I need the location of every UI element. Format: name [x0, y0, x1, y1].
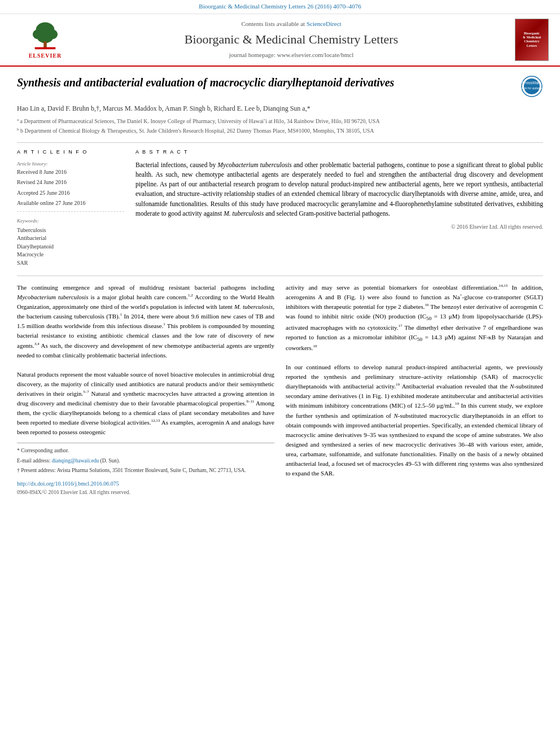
journal-title: Bioorganic & Medicinal Chemistry Letters — [79, 30, 504, 49]
revised-date: Revised 24 June 2016 — [17, 178, 124, 187]
crossmark-icon: CrossMark click for updates — [520, 75, 543, 98]
info-abstract-layout: A R T I C L E I N F O Article history: R… — [17, 148, 543, 268]
available-date: Available online 27 June 2016 — [17, 199, 124, 208]
article-title-section: Synthesis and antibacterial evaluation o… — [17, 75, 543, 98]
body-two-col: The continuing emergence and spread of m… — [17, 283, 543, 496]
journal-thumbnail-area: Bioorganic& MedicinalChemistryLetters — [504, 19, 549, 61]
abstract-title: A B S T R A C T — [135, 148, 543, 156]
doi-line[interactable]: http://dx.doi.org/10.1016/j.bmcl.2016.06… — [17, 479, 274, 488]
keywords-label: Keywords: — [17, 217, 124, 225]
journal-cover-thumbnail: Bioorganic& MedicinalChemistryLetters — [515, 19, 549, 61]
email-label: E-mail address: — [17, 458, 50, 464]
svg-rect-5 — [43, 41, 47, 47]
article-title: Synthesis and antibacterial evaluation o… — [17, 75, 512, 90]
crossmark-area[interactable]: CrossMark click for updates — [520, 75, 543, 98]
abstract-column: A B S T R A C T Bacterial infections, ca… — [135, 148, 543, 268]
section-divider — [17, 142, 543, 143]
history-label: Article history: — [17, 160, 124, 168]
sciencedirect-link[interactable]: ScienceDirect — [307, 20, 342, 27]
elsevier-logo: ELSEVIER — [11, 20, 79, 60]
info-divider — [17, 211, 124, 212]
journal-citation-bar: Bioorganic & Medicinal Chemistry Letters… — [0, 0, 560, 14]
affiliations: a a Department of Pharmaceutical Science… — [17, 117, 543, 136]
elsevier-text: ELSEVIER — [29, 52, 62, 60]
affiliation-b: b b Department of Chemical Biology & The… — [17, 126, 543, 135]
article-info-title: A R T I C L E I N F O — [17, 148, 124, 156]
svg-text:CrossMark: CrossMark — [522, 81, 541, 85]
abstract-text: Bacterial infections, caused by Mycobact… — [135, 160, 543, 219]
authors: Hao Lin a, David F. Bruhn b,†, Marcus M.… — [17, 103, 543, 113]
body-right-col: activity and may serve as potential biom… — [286, 283, 543, 496]
body-section: The continuing emergence and spread of m… — [17, 276, 543, 496]
body-left-col: The continuing emergence and spread of m… — [17, 283, 274, 496]
journal-homepage: journal homepage: www.elsevier.com/locat… — [79, 51, 504, 60]
email-link[interactable]: dianqing@hawaii.edu — [52, 458, 99, 464]
doi-link[interactable]: http://dx.doi.org/10.1016/j.bmcl.2016.06… — [17, 480, 119, 487]
elsevier-tree-icon — [28, 20, 62, 51]
email-person: (D. Sun). — [100, 458, 120, 464]
keyword-4: Macrocycle — [17, 251, 124, 259]
footnote-email: E-mail address: dianqing@hawaii.edu (D. … — [17, 457, 274, 465]
main-content: Synthesis and antibacterial evaluation o… — [0, 67, 560, 505]
article-info-column: A R T I C L E I N F O Article history: R… — [17, 148, 124, 268]
journal-citation: Bioorganic & Medicinal Chemistry Letters… — [199, 3, 361, 10]
svg-rect-6 — [35, 47, 56, 49]
journal-header-center: Contents lists available at ScienceDirec… — [79, 20, 504, 60]
journal-header: ELSEVIER Contents lists available at Sci… — [0, 14, 560, 67]
elsevier-logo-area: ELSEVIER — [11, 20, 79, 60]
footnote-corresponding: * Corresponding author. — [17, 447, 274, 455]
footnote-dagger: † Present address: Avista Pharma Solutio… — [17, 466, 274, 475]
received-date: Received 8 June 2016 — [17, 168, 124, 177]
contents-line: Contents lists available at ScienceDirec… — [79, 20, 504, 29]
issn-line: 0960-894X/© 2016 Elsevier Ltd. All right… — [17, 488, 274, 497]
keyword-5: SAR — [17, 259, 124, 268]
affiliation-a: a a Department of Pharmaceutical Science… — [17, 117, 543, 125]
keyword-1: Tuberculosis — [17, 226, 124, 235]
copyright: © 2016 Elsevier Ltd. All rights reserved… — [135, 223, 543, 231]
keyword-3: Diarylheptanoid — [17, 243, 124, 251]
footnote-section: * Corresponding author. E-mail address: … — [17, 443, 274, 475]
accepted-date: Accepted 25 June 2016 — [17, 189, 124, 198]
svg-text:click for updates: click for updates — [522, 86, 542, 90]
keyword-2: Antibacterial — [17, 234, 124, 243]
